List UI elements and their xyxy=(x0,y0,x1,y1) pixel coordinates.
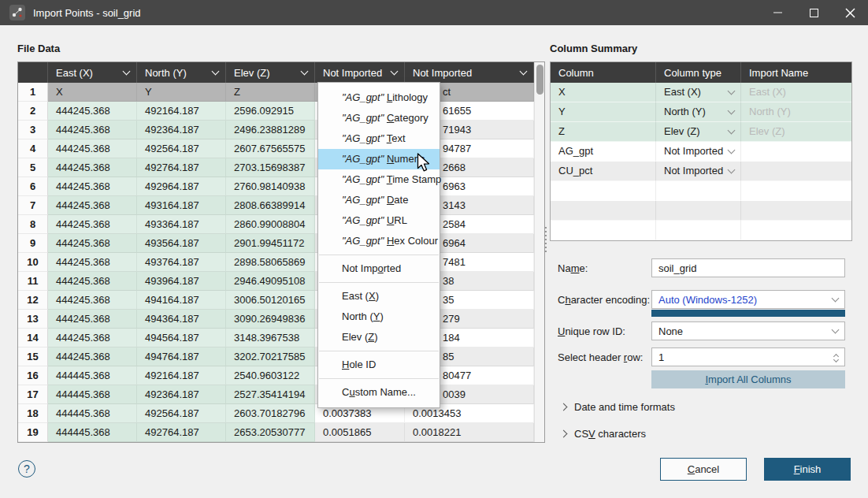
panel-splitter-handle[interactable] xyxy=(544,227,547,254)
cell: 444245.368 xyxy=(48,196,137,215)
menu-item[interactable]: "AG_gpt" URL xyxy=(318,210,440,231)
cell: 494764.187 xyxy=(137,347,226,366)
table-row[interactable]: 18444445.368492564.1872603.701827960.003… xyxy=(18,404,544,423)
cell: 492764.187 xyxy=(137,423,226,442)
character-encoding-select[interactable]: Auto (Windows-1252) xyxy=(651,290,845,309)
menu-item[interactable]: "AG_gpt" Date xyxy=(318,190,440,210)
column-type-select xyxy=(656,181,741,201)
menu-item[interactable]: "AG_gpt" Text xyxy=(318,128,440,149)
column-type-select[interactable]: North (Y) xyxy=(656,102,741,122)
cell: 492164.187 xyxy=(137,102,226,121)
table-row[interactable]: 3444245.368492364.1872496.2388128971943 xyxy=(18,121,544,139)
name-input[interactable]: soil_grid xyxy=(651,258,845,277)
row-number: 6 xyxy=(18,177,48,196)
cancel-button[interactable]: Cancel xyxy=(660,458,747,481)
table-row[interactable]: 12444245.368494164.1873006.5012016535 xyxy=(18,291,544,310)
table-row[interactable]: 4444245.368492564.1872607.6756557594787 xyxy=(18,139,544,158)
row-number: 13 xyxy=(18,310,48,329)
table-row[interactable]: 15444245.368494764.1873202.7021758585 xyxy=(18,347,544,366)
menu-item-label: East (X) xyxy=(342,290,379,302)
table-row[interactable]: 9444245.368493564.1872901.994511726964 xyxy=(18,234,544,253)
row-number: 1 xyxy=(18,83,48,102)
cell: 444245.368 xyxy=(48,272,137,291)
help-button[interactable]: ? xyxy=(18,460,35,478)
row-number: 8 xyxy=(18,215,48,234)
cell: 493364.187 xyxy=(137,215,226,234)
minimize-button[interactable] xyxy=(759,0,796,25)
table-row[interactable]: 5444245.368492764.1872703.156983872668 xyxy=(18,158,544,177)
table-row[interactable]: 11444245.368493964.1872946.4909510838 xyxy=(18,272,544,291)
column-type-select[interactable]: East (X) xyxy=(656,83,741,102)
import-name xyxy=(741,162,851,181)
column-header[interactable]: North (Y) xyxy=(137,62,226,83)
menu-item[interactable]: Custom Name... xyxy=(318,382,440,403)
row-number: 16 xyxy=(18,366,48,385)
summary-column-name xyxy=(551,201,656,221)
import-all-columns-button[interactable]: Import All Columns xyxy=(651,370,845,388)
menu-item[interactable]: Elev (Z) xyxy=(318,327,440,347)
menu-item[interactable]: East (X) xyxy=(318,286,440,307)
table-row[interactable]: 14444245.368494564.1873148.3967538184 xyxy=(18,329,544,347)
table-row[interactable]: 13444245.368494364.1873090.26949836279 xyxy=(18,310,544,329)
unique-row-id-label: Unique row ID: xyxy=(558,325,625,337)
date-time-formats-label: Date and time formats xyxy=(574,401,675,413)
row-number: 15 xyxy=(18,347,48,366)
menu-item[interactable]: "AG_gpt" Hex Colour xyxy=(318,231,440,251)
help-icon: ? xyxy=(24,463,30,475)
chevron-down-icon xyxy=(520,67,528,75)
unique-row-id-select[interactable]: None xyxy=(651,321,845,340)
menu-item[interactable]: Not Imported xyxy=(318,258,440,279)
column-header-label: Not Imported xyxy=(323,67,382,79)
close-button[interactable] xyxy=(832,0,868,25)
column-header[interactable]: Elev (Z) xyxy=(226,62,315,83)
menu-separator xyxy=(319,378,439,379)
table-row[interactable]: 10444245.368493764.1872898.580658697481 xyxy=(18,253,544,272)
table-row[interactable]: 2444245.368492164.1872596.09291561655 xyxy=(18,102,544,121)
import-points-icon xyxy=(9,5,25,20)
column-type-select xyxy=(656,221,741,240)
header-row-spinner[interactable]: 1 xyxy=(651,347,845,366)
row-number: 3 xyxy=(18,121,48,139)
column-type-select[interactable]: Not Imported xyxy=(656,142,741,162)
column-type-select[interactable]: Not Imported xyxy=(656,162,741,181)
vertical-scrollbar[interactable] xyxy=(534,62,544,442)
scrollbar-thumb[interactable] xyxy=(536,65,543,95)
cell: 2808.66389914 xyxy=(226,196,315,215)
spinner-down-icon[interactable] xyxy=(833,357,839,362)
maximize-button[interactable] xyxy=(796,0,832,25)
menu-item-prefix: "AG_gpt" xyxy=(342,132,384,144)
finish-button[interactable]: Finish xyxy=(764,458,851,481)
cell: 444245.368 xyxy=(48,102,137,121)
table-row[interactable]: 7444245.368493164.1872808.663899143143 xyxy=(18,196,544,215)
table-row[interactable]: 6444245.368492964.1872760.981409386963 xyxy=(18,177,544,196)
menu-item-label: Not Imported xyxy=(342,262,401,274)
row-number: 12 xyxy=(18,291,48,310)
cell: 493564.187 xyxy=(137,234,226,253)
column-header[interactable]: East (X) xyxy=(48,62,137,83)
csv-characters-expander[interactable]: CSV characters xyxy=(561,428,646,440)
table-row[interactable]: 16444445.368492164.1872540.960312280477 xyxy=(18,366,544,385)
row-number: 9 xyxy=(18,234,48,253)
import-name: Elev (Z) xyxy=(741,122,851,142)
table-row[interactable]: 17444445.368492364.1872527.354141940039 xyxy=(18,385,544,404)
column-type-select[interactable]: Elev (Z) xyxy=(656,122,741,142)
menu-item[interactable]: "AG_gpt" Category xyxy=(318,108,440,128)
column-header[interactable]: Not Imported xyxy=(405,62,534,83)
date-time-formats-expander[interactable]: Date and time formats xyxy=(561,401,675,413)
menu-item-label: Lithology xyxy=(387,91,428,103)
summary-column-header: Import Name xyxy=(741,62,851,83)
column-type-value: Not Imported xyxy=(664,142,723,161)
menu-item[interactable]: North (Y) xyxy=(318,307,440,327)
table-row[interactable]: 8444245.368493364.1872860.990088042584 xyxy=(18,215,544,234)
table-row[interactable]: 19444445.368492764.1872653.205307770.005… xyxy=(18,423,544,442)
summary-row: AG_gptNot Imported xyxy=(551,142,851,162)
character-encoding-label: Character encoding: xyxy=(558,294,650,306)
menu-item[interactable]: "AG_gpt" Lithology xyxy=(318,87,440,108)
cell: 2760.98140938 xyxy=(226,177,315,196)
cell: 2703.15698387 xyxy=(226,158,315,177)
column-header[interactable]: Not Imported xyxy=(315,62,405,83)
menu-item[interactable]: Hole ID xyxy=(318,355,440,375)
column-type-menu: "AG_gpt" Lithology"AG_gpt" Category"AG_g… xyxy=(317,82,440,408)
table-row[interactable]: 1XYZct xyxy=(18,83,544,102)
column-summary-section-title: Column Summary xyxy=(550,43,637,54)
